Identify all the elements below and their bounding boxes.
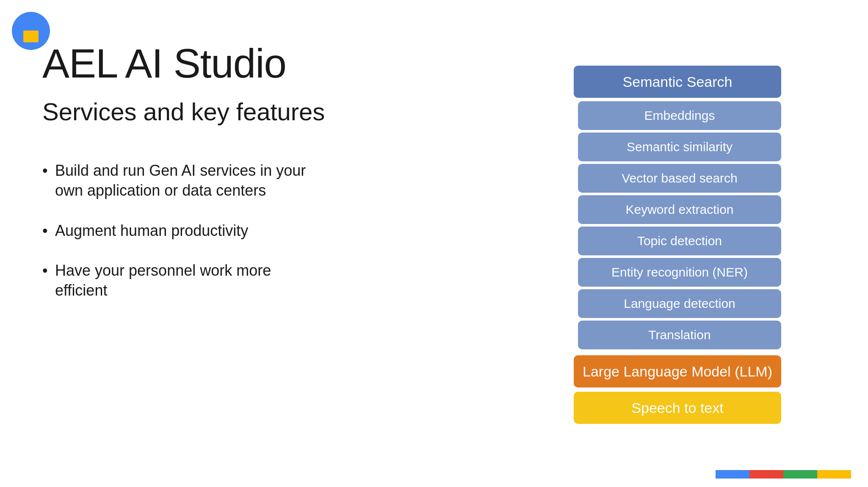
diagram: Semantic Search Embeddings Semantic simi… [563, 66, 792, 424]
semantic-search-button[interactable]: Semantic Search [574, 66, 781, 98]
color-segment-green [783, 470, 817, 479]
bullet-item-1: Build and run Gen AI services in your ow… [42, 161, 322, 201]
color-segment-red [749, 470, 783, 479]
speech-to-text-button[interactable]: Speech to text [574, 392, 781, 424]
llm-button[interactable]: Large Language Model (LLM) [574, 355, 781, 387]
sub-item-translation[interactable]: Translation [578, 321, 781, 349]
logo-square [23, 30, 39, 42]
sub-item-topic-detection[interactable]: Topic detection [578, 227, 781, 255]
sub-item-semantic-similarity[interactable]: Semantic similarity [578, 133, 781, 161]
bullet-list: Build and run Gen AI services in your ow… [42, 161, 322, 321]
main-title: AEL AI Studio [42, 40, 286, 87]
sub-title: Services and key features [42, 97, 325, 126]
sub-item-embeddings[interactable]: Embeddings [578, 101, 781, 130]
sub-item-entity-recognition[interactable]: Entity recognition (NER) [578, 258, 781, 287]
sub-item-vector-search[interactable]: Vector based search [578, 164, 781, 193]
color-bar [716, 470, 851, 479]
color-segment-yellow [817, 470, 851, 479]
sub-item-language-detection[interactable]: Language detection [578, 289, 781, 318]
bullet-item-2: Augment human productivity [42, 221, 322, 241]
color-segment-blue [716, 470, 749, 479]
sub-items-list: Embeddings Semantic similarity Vector ba… [578, 101, 807, 349]
sub-item-keyword-extraction[interactable]: Keyword extraction [578, 195, 781, 224]
bullet-item-3: Have your personnel work more efficient [42, 261, 322, 301]
